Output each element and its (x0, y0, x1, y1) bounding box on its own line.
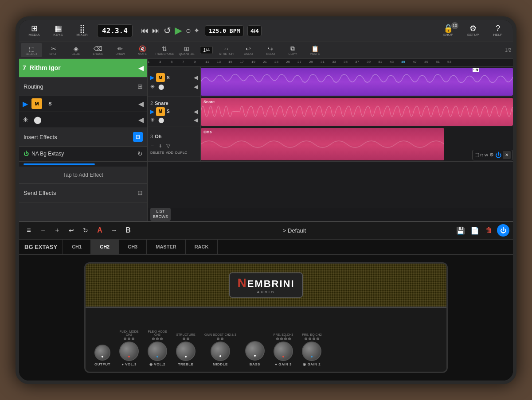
ch3-tab[interactable]: CH3 (119, 240, 147, 254)
sw-dot-12[interactable] (280, 338, 283, 340)
track-3-waveform[interactable]: OHs ⬚ R W ⚙ ⏻ (201, 127, 513, 161)
asterisk-icon[interactable]: ✳ (23, 116, 28, 124)
play-ctrl-icon[interactable]: ▶ (23, 100, 28, 108)
send-effects-row[interactable]: Send Effects ⊟ (19, 184, 147, 202)
sw-dot-5[interactable] (156, 338, 159, 340)
time-sig-display[interactable]: 4/4 (247, 25, 262, 36)
erase-tool[interactable]: ⌫ ERASE (87, 43, 109, 57)
plugin-arrow-btn[interactable]: → (108, 224, 120, 237)
track-1-record-icon[interactable]: ⬤ (158, 84, 164, 90)
track-1-play-btn[interactable]: ▶ (150, 74, 154, 81)
sw-dot-1[interactable] (124, 338, 126, 340)
sw-dot-7[interactable] (183, 338, 185, 340)
effect-cycle-icon[interactable]: ↻ (137, 150, 143, 157)
insert-effects-icon[interactable]: ⊟ (133, 132, 143, 142)
sw-dot-9[interactable] (217, 338, 219, 340)
goto-start-button[interactable]: ⏮ (141, 26, 149, 35)
sw-dot-2[interactable] (128, 338, 130, 340)
plugin-redo-btn[interactable]: ↻ (79, 224, 92, 237)
sw-dot-15[interactable] (305, 338, 307, 340)
middle-knob[interactable] (211, 342, 230, 361)
plugin-b-btn[interactable]: B (122, 224, 134, 237)
goto-end-button[interactable]: ⏭ (152, 26, 160, 35)
plugin-plus-btn[interactable]: + (51, 224, 63, 237)
volume-icon[interactable]: ◀ (138, 100, 144, 108)
bpm-display[interactable]: 125.0 BPM (205, 25, 244, 36)
track-1-mute-btn[interactable]: M (156, 73, 165, 82)
sw-dot-4[interactable] (152, 338, 155, 340)
quantize-value[interactable]: 1/4 (200, 46, 213, 54)
plugin-save-btn-2[interactable]: 📄 (469, 224, 481, 237)
record-circle-icon[interactable]: ⬤ (34, 116, 42, 124)
track-3-add-icon[interactable]: + (158, 142, 162, 149)
mini-edit-icon[interactable]: ⚙ (489, 152, 494, 158)
mini-close-btn[interactable]: ✕ (503, 151, 511, 159)
track-2-pan-btn[interactable]: ◀ (194, 109, 198, 115)
track-arrow-icon[interactable]: ◀ (138, 64, 144, 72)
sw-dot-14[interactable] (288, 338, 291, 340)
sw-dot-8[interactable] (187, 338, 189, 340)
quantize-tool[interactable]: ⊞ QUANTIZE (176, 43, 197, 57)
plugin-menu-btn[interactable]: ≡ (23, 224, 35, 237)
track-2-record-icon[interactable]: ⬤ (158, 117, 164, 123)
track-3-delete-icon[interactable]: − (150, 142, 154, 149)
treble-knob[interactable] (176, 342, 196, 361)
copy-tool[interactable]: ⧉ COPY (282, 43, 303, 57)
undo-tool[interactable]: ↩ UNDO (238, 43, 259, 57)
redo-tool[interactable]: ↪ REDO (260, 43, 281, 57)
select-tool[interactable]: ⬚ SELECT (21, 43, 42, 57)
solo-button-1[interactable]: S (46, 98, 55, 109)
help-button[interactable]: ? HELP (486, 21, 509, 40)
sw-dot-10[interactable] (221, 338, 223, 340)
track-2-play-btn[interactable]: ▶ (150, 109, 154, 115)
pan-icon[interactable]: ◀ (138, 116, 144, 124)
sw-dot-18[interactable] (317, 338, 319, 340)
setup-button[interactable]: ⚙ SETUP (462, 21, 485, 40)
ch1-tab[interactable]: CH1 (63, 240, 91, 254)
track-2-solo-btn[interactable]: S (167, 109, 170, 114)
mini-write-icon[interactable]: W (485, 153, 489, 157)
track-2-mute-btn[interactable]: M (156, 107, 165, 116)
position-display[interactable]: 42.3.4 (97, 24, 133, 37)
plugin-preset-name[interactable]: > Default (136, 227, 453, 234)
master-tab[interactable]: MASTER (147, 240, 185, 254)
effect-item[interactable]: ⏻ NA Bg Extasy ↻ (19, 147, 147, 162)
tap-to-add-button[interactable]: Tap to Add Effect (19, 167, 147, 184)
sw-dot-13[interactable] (284, 338, 287, 340)
gain2-knob[interactable] (302, 342, 321, 361)
sw-dot-17[interactable] (313, 338, 315, 340)
punch-button[interactable]: ⌖ (195, 27, 199, 35)
track-1-solo-btn[interactable]: S (167, 75, 170, 80)
bass-knob[interactable] (245, 341, 265, 361)
output-knob[interactable] (94, 345, 110, 361)
play-button[interactable]: ▶ (175, 25, 182, 36)
glue-tool[interactable]: ◈ GLUE (65, 43, 86, 57)
plugin-a-btn[interactable]: A (94, 224, 106, 237)
track-2-waveform[interactable]: Snare (201, 97, 513, 127)
plugin-save-btn-1[interactable]: 💾 (454, 224, 467, 237)
split-tool[interactable]: ✂ SPLIT (43, 43, 64, 57)
mute-tool[interactable]: 🔇 MUTE (132, 43, 153, 57)
sw-dot-11[interactable] (276, 338, 279, 340)
plugin-minus-btn[interactable]: − (37, 224, 49, 237)
routing-row[interactable]: Routing ⊞ (19, 78, 147, 96)
paste-tool[interactable]: 📋 PASTE (304, 43, 325, 57)
mini-power-icon[interactable]: ⏻ (495, 151, 501, 159)
media-button[interactable]: ⊞ MEDIA (23, 21, 46, 40)
mini-screen-icon[interactable]: ⬚ (474, 152, 479, 158)
loop-button[interactable]: ↺ (164, 25, 171, 36)
track-1-vol-icon[interactable]: ◀ (194, 84, 198, 90)
plugin-trash-btn[interactable]: 🗑 (483, 224, 495, 237)
plugin-undo-btn[interactable]: ↩ (65, 224, 78, 237)
record-button[interactable]: ○ (186, 26, 191, 36)
sw-dot-16[interactable] (309, 338, 311, 340)
track-3-dupl-icon[interactable]: ▽ (166, 143, 170, 149)
keys-button[interactable]: ▦ KEYS (47, 21, 70, 40)
stretch-tool[interactable]: ↔ STRETCH (215, 43, 237, 57)
ch2-tab[interactable]: CH2 (91, 240, 119, 254)
list-browse-button[interactable]: LISTBROWS (150, 208, 171, 221)
rack-tab[interactable]: RACK (186, 240, 218, 254)
track-2-vol-icon[interactable]: ◀ (194, 117, 198, 123)
vol2-knob[interactable] (148, 342, 167, 361)
track-1-pan-btn[interactable]: ◀ (194, 74, 198, 81)
